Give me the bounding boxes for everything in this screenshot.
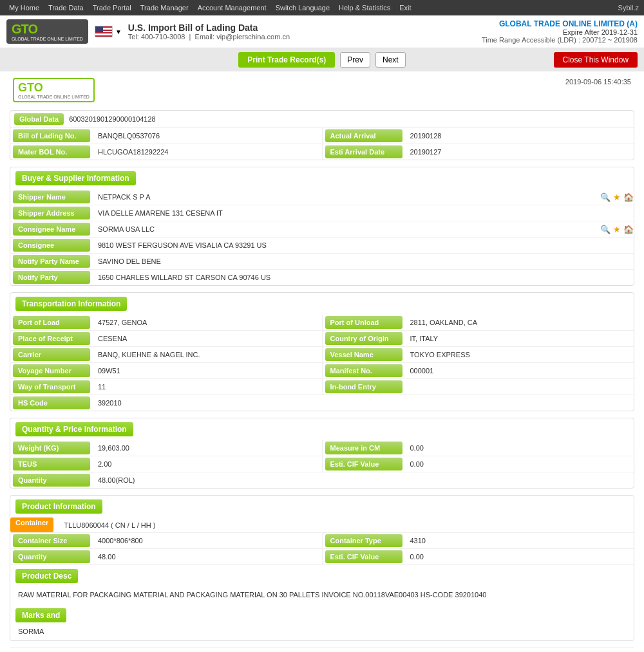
consignee-name-value: SORMA USA LLC bbox=[93, 221, 595, 237]
esti-arrival-label: Esti Arrival Date bbox=[325, 145, 402, 158]
vessel-half: Vessel Name TOKYO EXPRESS bbox=[322, 347, 634, 362]
actual-arrival-value: 20190128 bbox=[405, 128, 634, 144]
measure-half: Measure in CM 0.00 bbox=[322, 440, 634, 456]
teus-label: TEUS bbox=[13, 458, 90, 470]
product-desc-row: Product Desc RAW MATERIAL FOR PACKAGING … bbox=[10, 565, 634, 606]
flag-dropdown[interactable]: ▼ bbox=[95, 26, 122, 37]
weight-measure-row: Weight (KG) 19,603.00 Measure in CM 0.00 bbox=[10, 440, 634, 456]
consignee-home-icon[interactable]: 🏠 bbox=[623, 225, 634, 234]
transportation-title-row: Transportation Information bbox=[10, 293, 634, 315]
port-load-label: Port of Load bbox=[13, 316, 90, 329]
product-section: Product Information Container TLLU806004… bbox=[10, 495, 634, 641]
prev-button-top[interactable]: Prev bbox=[340, 52, 370, 68]
container-size-value: 4000*806*800 bbox=[93, 533, 322, 548]
notify-party-row: Notify Party 1650 CHARLES WILLARD ST CAR… bbox=[10, 270, 634, 285]
quantity-price-section: Quantity & Price Information Weight (KG)… bbox=[10, 418, 634, 489]
doc-footer: U.S. Import Bill of Lading Data 1 / 1 60… bbox=[10, 647, 634, 653]
top-navbar: My Home Trade Data Trade Portal Trade Ma… bbox=[0, 0, 644, 15]
contact-info: Tel: 400-710-3008 | Email: vip@pierschin… bbox=[128, 33, 290, 41]
shipper-star-icon[interactable]: ★ bbox=[613, 192, 621, 202]
shipper-search-icon[interactable]: 🔍 bbox=[600, 192, 611, 202]
container-type-half: Container Type 4310 bbox=[322, 533, 634, 548]
receipt-origin-row: Place of Receipt CESENA Country of Origi… bbox=[10, 331, 634, 347]
country-origin-label: Country of Origin bbox=[325, 332, 402, 345]
doc-logo-text: GLOBAL TRADE ONLINE LIMITED bbox=[18, 95, 90, 99]
container-size-type-row: Container Size 4000*806*800 Container Ty… bbox=[10, 533, 634, 549]
doc-logo-gto: GTO bbox=[18, 81, 90, 95]
nav-trade-data[interactable]: Trade Data bbox=[44, 3, 88, 13]
cif-value: 0.00 bbox=[405, 456, 634, 472]
nav-exit[interactable]: Exit bbox=[395, 3, 415, 13]
marks-row: Marks and SORMA bbox=[10, 606, 634, 640]
notify-party-label: Notify Party bbox=[13, 271, 90, 284]
teus-half: TEUS 2.00 bbox=[10, 456, 322, 472]
consignee-star-icon[interactable]: ★ bbox=[613, 225, 621, 234]
master-bol-half: Mater BOL No. HLCUGOA181292224 bbox=[10, 144, 322, 160]
consignee-name-label: Consignee Name bbox=[13, 223, 90, 236]
hs-code-label: HS Code bbox=[13, 396, 90, 409]
print-button-top[interactable]: Print Trade Record(s) bbox=[238, 52, 335, 68]
next-button-top[interactable]: Next bbox=[375, 52, 406, 68]
port-load-value: 47527, GENOA bbox=[93, 315, 322, 330]
notify-name-value: SAVINO DEL BENE bbox=[93, 254, 634, 269]
consignee-value: 9810 WEST FERGUSON AVE VISALIA CA 93291 … bbox=[93, 238, 634, 253]
country-origin-value: IT, ITALY bbox=[405, 331, 634, 346]
quantity-price-title-row: Quantity & Price Information bbox=[10, 418, 634, 440]
prod-cif-value: 0.00 bbox=[405, 549, 634, 564]
consignee-search-icon[interactable]: 🔍 bbox=[600, 225, 611, 234]
global-data-value: 6003201901290000104128 bbox=[69, 115, 156, 123]
place-receipt-value: CESENA bbox=[93, 331, 322, 346]
manifest-label: Manifest No. bbox=[325, 364, 402, 377]
close-button-top[interactable]: Close This Window bbox=[554, 52, 638, 68]
prod-cif-half: Esti. CIF Value 0.00 bbox=[322, 549, 634, 564]
nav-switch-language[interactable]: Switch Language bbox=[272, 3, 334, 13]
consignee-name-row: Consignee Name SORMA USA LLC 🔍 ★ 🏠 bbox=[10, 221, 634, 238]
doc-timestamp: 2019-09-06 15:40:35 bbox=[565, 78, 631, 86]
notify-party-value: 1650 CHARLES WILLARD ST CARSON CA 90746 … bbox=[93, 270, 634, 285]
port-unload-half: Port of Unload 2811, OAKLAND, CA bbox=[322, 315, 634, 330]
actual-arrival-half: Actual Arrival 20190128 bbox=[322, 128, 634, 144]
header-bar: GTO GLOBAL TRADE ONLINE LIMITED ▼ U.S. I… bbox=[0, 15, 644, 48]
nav-account-management[interactable]: Account Management bbox=[194, 3, 270, 13]
measure-value: 0.00 bbox=[405, 440, 634, 456]
consignee-icons: 🔍 ★ 🏠 bbox=[600, 221, 634, 237]
bol-section: Global Data 6003201901290000104128 Bill … bbox=[10, 110, 634, 160]
consignee-label: Consignee bbox=[13, 239, 90, 252]
master-bol-row: Mater BOL No. HLCUGOA181292224 Esti Arri… bbox=[10, 144, 634, 160]
esti-arrival-value: 20190127 bbox=[405, 144, 634, 160]
header-title-block: U.S. Import Bill of Lading Data Tel: 400… bbox=[128, 23, 290, 41]
way-transport-label: Way of Transport bbox=[13, 380, 90, 393]
product-section-title: Product Information bbox=[15, 499, 102, 514]
container-value: TLLU8060044 ( CN / L / HH ) bbox=[59, 517, 634, 532]
shipper-home-icon[interactable]: 🏠 bbox=[623, 192, 634, 202]
shipper-name-value: NETPACK S P A bbox=[93, 189, 595, 205]
action-center: Print Trade Record(s) Prev Next bbox=[238, 52, 405, 68]
product-desc-title: Product Desc bbox=[15, 569, 78, 583]
global-data-row: Global Data 6003201901290000104128 bbox=[10, 111, 634, 128]
bol-half: Bill of Lading No. BANQBLQ0537076 bbox=[10, 128, 322, 144]
document-content: GTO GLOBAL TRADE ONLINE LIMITED 2019-09-… bbox=[0, 71, 644, 652]
time-range: Time Range Accessible (LDR) : 200712 ~ 2… bbox=[482, 36, 638, 44]
nav-trade-manager[interactable]: Trade Manager bbox=[137, 3, 193, 13]
nav-items: My Home Trade Data Trade Portal Trade Ma… bbox=[5, 3, 415, 13]
container-size-label: Container Size bbox=[13, 534, 90, 547]
weight-label: Weight (KG) bbox=[13, 442, 90, 454]
container-size-half: Container Size 4000*806*800 bbox=[10, 533, 322, 548]
nav-trade-portal[interactable]: Trade Portal bbox=[89, 3, 135, 13]
nav-help-statistics[interactable]: Help & Statistics bbox=[335, 3, 394, 13]
vessel-label: Vessel Name bbox=[325, 348, 402, 361]
manifest-half: Manifest No. 000001 bbox=[322, 363, 634, 378]
global-data-label: Global Data bbox=[14, 113, 64, 125]
inbond-label: In-bond Entry bbox=[325, 380, 402, 393]
company-name: GLOBAL TRADE ONLINE LIMITED (A) bbox=[482, 19, 638, 28]
bol-value: BANQBLQ0537076 bbox=[93, 128, 322, 144]
inbond-value bbox=[405, 379, 634, 395]
container-row: Container TLLU8060044 ( CN / L / HH ) bbox=[10, 517, 634, 533]
buyer-supplier-title: Buyer & Supplier Information bbox=[15, 171, 136, 185]
port-load-half: Port of Load 47527, GENOA bbox=[10, 315, 322, 330]
qp-quantity-label: Quantity bbox=[13, 474, 90, 487]
vessel-value: TOKYO EXPRESS bbox=[405, 347, 634, 362]
nav-my-home[interactable]: My Home bbox=[5, 3, 43, 13]
prod-qty-value: 48.00 bbox=[93, 549, 322, 564]
carrier-value: BANQ, KUEHNE & NAGEL INC. bbox=[93, 347, 322, 362]
